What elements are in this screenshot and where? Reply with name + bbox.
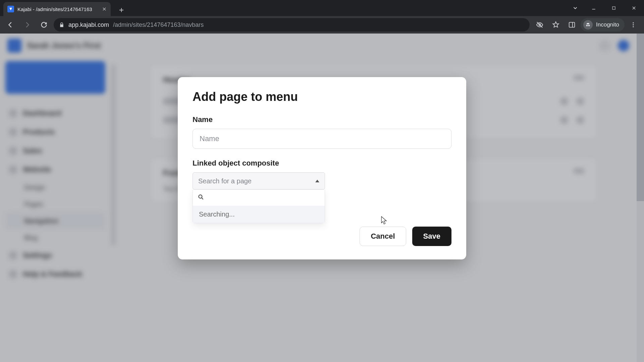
maximize-button[interactable] xyxy=(604,0,624,16)
new-tab-button[interactable] xyxy=(115,4,127,16)
cancel-button[interactable]: Cancel xyxy=(360,227,406,246)
linked-object-dropdown: Searching... xyxy=(193,190,325,223)
add-page-modal: Add page to menu Name Linked object comp… xyxy=(178,77,466,259)
tab-title: Kajabi - /admin/sites/2147647163 xyxy=(17,6,99,12)
browser-tab[interactable]: Kajabi - /admin/sites/2147647163 xyxy=(3,2,111,16)
svg-point-7 xyxy=(633,26,634,27)
name-label: Name xyxy=(193,115,451,124)
close-icon[interactable] xyxy=(102,7,107,11)
minimize-button[interactable] xyxy=(584,0,604,16)
svg-point-6 xyxy=(633,24,634,25)
caret-up-icon xyxy=(315,180,319,182)
url-host: app.kajabi.com xyxy=(68,21,109,28)
browser-titlebar: Kajabi - /admin/sites/2147647163 xyxy=(0,0,644,16)
dropdown-search-input[interactable] xyxy=(208,194,320,201)
cursor-icon xyxy=(380,216,388,226)
reload-button[interactable] xyxy=(37,18,51,32)
bookmark-icon[interactable] xyxy=(548,17,563,32)
kebab-menu-icon[interactable] xyxy=(626,17,641,32)
svg-point-8 xyxy=(199,195,202,198)
search-icon xyxy=(198,194,204,202)
close-window-button[interactable] xyxy=(624,0,644,16)
tab-search-button[interactable] xyxy=(567,0,584,16)
incognito-icon xyxy=(583,20,593,29)
svg-point-5 xyxy=(633,22,634,23)
modal-overlay: Add page to menu Name Linked object comp… xyxy=(0,34,644,362)
forward-button[interactable] xyxy=(20,18,34,32)
select-placeholder: Search for a page xyxy=(198,177,252,185)
window-controls xyxy=(567,0,644,16)
svg-rect-0 xyxy=(612,7,615,9)
browser-toolbar: app.kajabi.com/admin/sites/2147647163/na… xyxy=(0,16,644,34)
page-viewport: Sarah Jones's First Dashboard Products S… xyxy=(0,34,644,362)
lock-icon xyxy=(59,22,64,27)
modal-title: Add page to menu xyxy=(193,90,451,104)
tracking-blocked-icon[interactable] xyxy=(532,17,547,32)
name-input[interactable] xyxy=(193,129,451,149)
incognito-label: Incognito xyxy=(596,21,619,28)
linked-object-label: Linked object composite xyxy=(193,159,451,168)
dropdown-status: Searching... xyxy=(193,206,325,223)
address-bar[interactable]: app.kajabi.com/admin/sites/2147647163/na… xyxy=(54,18,530,32)
url-path: /admin/sites/2147647163/navbars xyxy=(113,21,204,28)
svg-point-4 xyxy=(588,25,590,26)
save-button[interactable]: Save xyxy=(412,227,451,246)
incognito-badge[interactable]: Incognito xyxy=(581,18,625,32)
back-button[interactable] xyxy=(3,18,17,32)
linked-object-select[interactable]: Search for a page xyxy=(193,172,325,190)
tab-favicon xyxy=(7,6,14,12)
side-panel-icon[interactable] xyxy=(565,17,579,32)
svg-rect-2 xyxy=(569,22,575,27)
svg-point-3 xyxy=(586,25,588,26)
